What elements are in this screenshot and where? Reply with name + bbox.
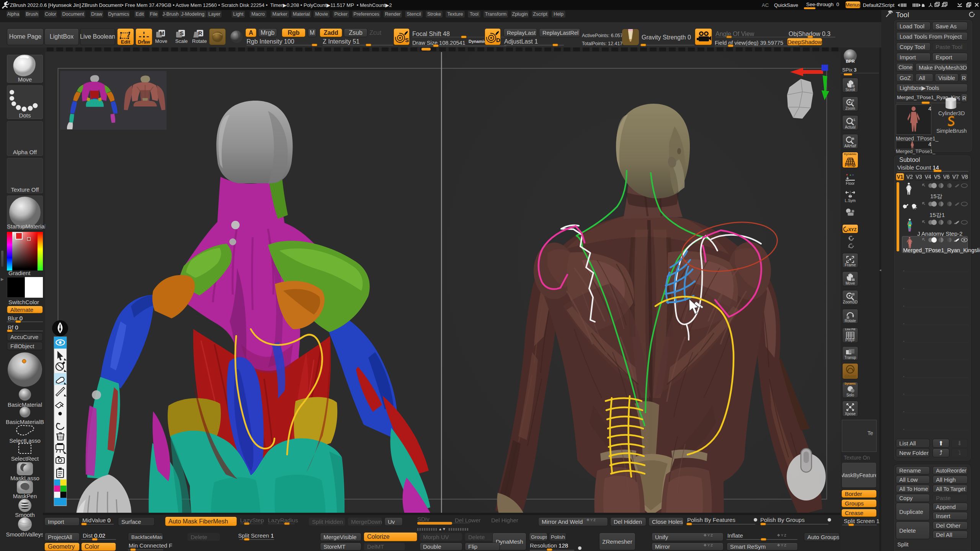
svg-text:R: R <box>198 30 202 36</box>
svg-text:Draw: Draw <box>138 39 150 45</box>
svg-text:M: M <box>160 30 164 36</box>
svg-text:●: ● <box>852 173 854 176</box>
svg-text:Edit: Edit <box>121 39 131 45</box>
svg-text:Rotate: Rotate <box>192 38 207 44</box>
svg-text:Move: Move <box>155 38 167 44</box>
svg-text:S: S <box>405 37 409 43</box>
svg-text:x1: x1 <box>852 118 855 122</box>
svg-text:Scale: Scale <box>175 38 188 44</box>
svg-text:z: z <box>848 245 850 248</box>
svg-text:XYZ: XYZ <box>848 227 857 232</box>
svg-text:D: D <box>496 37 500 43</box>
svg-text:▲: ▲ <box>849 173 852 176</box>
svg-text:BPR: BPR <box>846 59 854 64</box>
svg-text:S: S <box>180 30 183 36</box>
svg-text:■: ■ <box>846 173 848 176</box>
